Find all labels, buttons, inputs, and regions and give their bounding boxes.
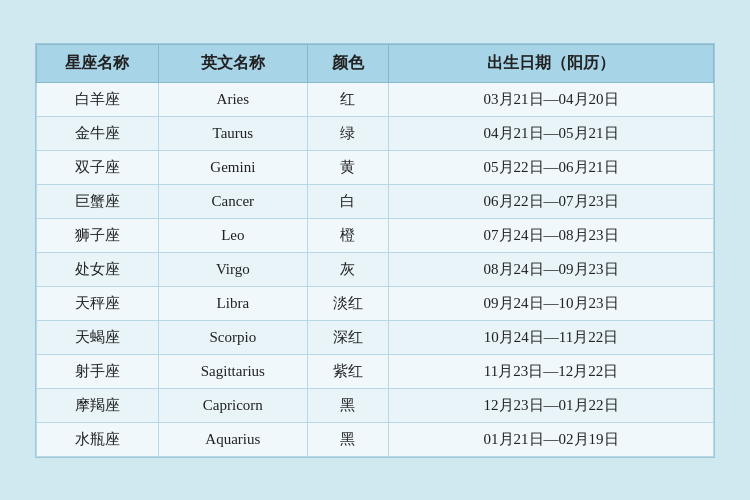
cell-color: 灰 xyxy=(307,252,388,286)
cell-color: 红 xyxy=(307,82,388,116)
cell-chinese: 狮子座 xyxy=(37,218,159,252)
cell-color: 橙 xyxy=(307,218,388,252)
cell-chinese: 射手座 xyxy=(37,354,159,388)
header-date: 出生日期（阳历） xyxy=(389,44,714,82)
cell-date: 01月21日—02月19日 xyxy=(389,422,714,456)
header-color: 颜色 xyxy=(307,44,388,82)
cell-chinese: 金牛座 xyxy=(37,116,159,150)
cell-date: 04月21日—05月21日 xyxy=(389,116,714,150)
cell-date: 08月24日—09月23日 xyxy=(389,252,714,286)
cell-date: 03月21日—04月20日 xyxy=(389,82,714,116)
table-row: 狮子座Leo橙07月24日—08月23日 xyxy=(37,218,714,252)
cell-english: Capricorn xyxy=(158,388,307,422)
header-chinese: 星座名称 xyxy=(37,44,159,82)
cell-english: Libra xyxy=(158,286,307,320)
header-english: 英文名称 xyxy=(158,44,307,82)
cell-english: Aries xyxy=(158,82,307,116)
table-row: 水瓶座Aquarius黑01月21日—02月19日 xyxy=(37,422,714,456)
cell-chinese: 水瓶座 xyxy=(37,422,159,456)
cell-chinese: 处女座 xyxy=(37,252,159,286)
cell-chinese: 巨蟹座 xyxy=(37,184,159,218)
table-row: 天蝎座Scorpio深红10月24日—11月22日 xyxy=(37,320,714,354)
zodiac-table: 星座名称 英文名称 颜色 出生日期（阳历） 白羊座Aries红03月21日—04… xyxy=(36,44,714,457)
cell-color: 绿 xyxy=(307,116,388,150)
cell-date: 05月22日—06月21日 xyxy=(389,150,714,184)
cell-english: Aquarius xyxy=(158,422,307,456)
cell-color: 淡红 xyxy=(307,286,388,320)
table-row: 白羊座Aries红03月21日—04月20日 xyxy=(37,82,714,116)
cell-date: 12月23日—01月22日 xyxy=(389,388,714,422)
cell-english: Scorpio xyxy=(158,320,307,354)
table-row: 射手座Sagittarius紫红11月23日—12月22日 xyxy=(37,354,714,388)
cell-english: Virgo xyxy=(158,252,307,286)
cell-chinese: 白羊座 xyxy=(37,82,159,116)
cell-color: 黄 xyxy=(307,150,388,184)
table-row: 巨蟹座Cancer白06月22日—07月23日 xyxy=(37,184,714,218)
cell-chinese: 摩羯座 xyxy=(37,388,159,422)
cell-date: 06月22日—07月23日 xyxy=(389,184,714,218)
table-row: 处女座Virgo灰08月24日—09月23日 xyxy=(37,252,714,286)
cell-chinese: 天蝎座 xyxy=(37,320,159,354)
cell-color: 黑 xyxy=(307,388,388,422)
cell-date: 09月24日—10月23日 xyxy=(389,286,714,320)
cell-color: 黑 xyxy=(307,422,388,456)
cell-date: 11月23日—12月22日 xyxy=(389,354,714,388)
cell-chinese: 双子座 xyxy=(37,150,159,184)
cell-english: Taurus xyxy=(158,116,307,150)
cell-english: Leo xyxy=(158,218,307,252)
zodiac-table-container: 星座名称 英文名称 颜色 出生日期（阳历） 白羊座Aries红03月21日—04… xyxy=(35,43,715,458)
cell-color: 深红 xyxy=(307,320,388,354)
cell-date: 07月24日—08月23日 xyxy=(389,218,714,252)
table-row: 天秤座Libra淡红09月24日—10月23日 xyxy=(37,286,714,320)
table-row: 摩羯座Capricorn黑12月23日—01月22日 xyxy=(37,388,714,422)
cell-english: Gemini xyxy=(158,150,307,184)
cell-color: 紫红 xyxy=(307,354,388,388)
cell-english: Sagittarius xyxy=(158,354,307,388)
cell-date: 10月24日—11月22日 xyxy=(389,320,714,354)
table-row: 金牛座Taurus绿04月21日—05月21日 xyxy=(37,116,714,150)
table-header-row: 星座名称 英文名称 颜色 出生日期（阳历） xyxy=(37,44,714,82)
table-row: 双子座Gemini黄05月22日—06月21日 xyxy=(37,150,714,184)
cell-chinese: 天秤座 xyxy=(37,286,159,320)
cell-color: 白 xyxy=(307,184,388,218)
cell-english: Cancer xyxy=(158,184,307,218)
